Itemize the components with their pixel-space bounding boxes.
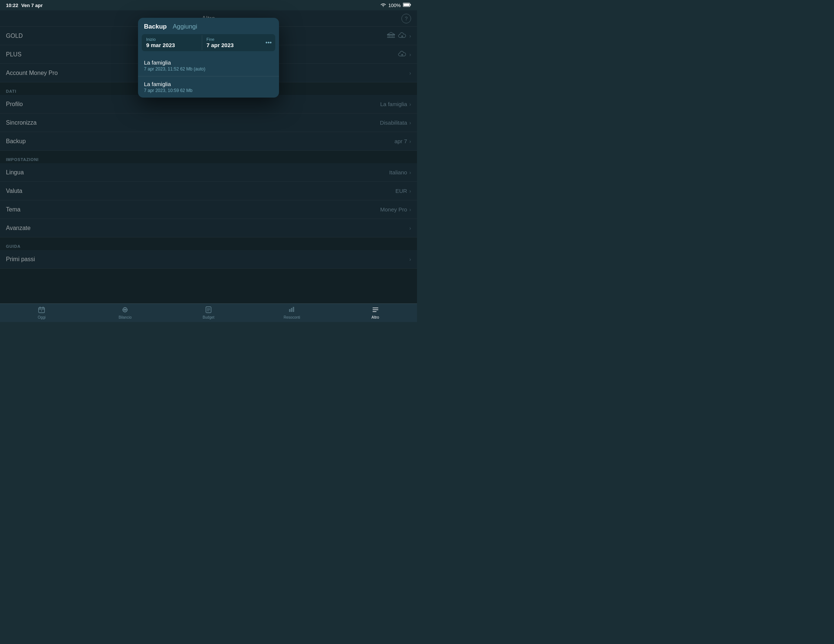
svg-rect-1 (411, 4, 411, 6)
backup-modal: Backup Aggiungi Inizio 9 mar 2023 Fine 7… (138, 18, 279, 98)
modal-overlay[interactable]: Backup Aggiungi Inizio 9 mar 2023 Fine 7… (0, 10, 417, 303)
tab-bilancio-icon (122, 307, 128, 315)
backup-item-2[interactable]: La famiglia 7 apr 2023, 10:59 62 Mb (138, 76, 279, 98)
start-label: Inizio (146, 37, 197, 42)
backup-2-subtitle: 7 apr 2023, 10:59 62 Mb (144, 88, 273, 93)
date-end[interactable]: Fine 7 apr 2023 (202, 34, 262, 51)
date-range-bar: Inizio 9 mar 2023 Fine 7 apr 2023 ••• (142, 34, 275, 51)
status-date: Ven 7 apr (21, 3, 43, 8)
battery-icon (403, 2, 411, 8)
tab-resoconti-label: Resoconti (284, 315, 300, 320)
tab-budget-label: Budget (202, 315, 215, 320)
tab-bilancio[interactable]: Bilancio (84, 304, 167, 322)
modal-tab-aggiungi[interactable]: Aggiungi (173, 23, 197, 31)
backup-1-title: La famiglia (144, 59, 273, 66)
modal-tab-backup[interactable]: Backup (144, 23, 166, 31)
date-start[interactable]: Inizio 9 mar 2023 (142, 34, 202, 51)
tab-resoconti-icon (289, 307, 295, 315)
backup-1-subtitle: 7 apr 2023, 11:52 62 Mb (auto) (144, 66, 273, 72)
backup-item-1[interactable]: La famiglia 7 apr 2023, 11:52 62 Mb (aut… (138, 55, 279, 76)
end-label: Fine (207, 37, 258, 42)
end-value: 7 apr 2023 (207, 42, 258, 48)
tab-altro-label: Altro (372, 315, 379, 320)
tab-bilancio-label: Bilancio (119, 315, 132, 320)
battery-percentage: 100% (388, 3, 401, 8)
svg-rect-2 (404, 4, 410, 6)
wifi-icon (380, 3, 386, 8)
tab-oggi[interactable]: 7 Oggi (0, 304, 84, 322)
date-range-more-button[interactable]: ••• (262, 39, 275, 46)
status-right: 100% (380, 2, 411, 8)
tab-resoconti[interactable]: Resoconti (250, 304, 333, 322)
tab-oggi-label: Oggi (38, 315, 45, 320)
svg-text:7: 7 (41, 310, 43, 312)
tab-budget[interactable]: Budget (167, 304, 251, 322)
backup-2-title: La famiglia (144, 81, 273, 87)
modal-tabs: Backup Aggiungi (138, 18, 279, 34)
tab-altro[interactable]: Altro (333, 304, 417, 322)
tab-oggi-icon: 7 (38, 307, 45, 315)
tab-bar: 7 Oggi Bilancio Budget Resoc (0, 303, 417, 322)
status-time: 10:22 (6, 3, 18, 8)
tab-altro-icon (372, 307, 379, 315)
start-value: 9 mar 2023 (146, 42, 197, 48)
tab-budget-icon (205, 307, 212, 315)
status-bar: 10:22 Ven 7 apr 100% (0, 0, 417, 10)
